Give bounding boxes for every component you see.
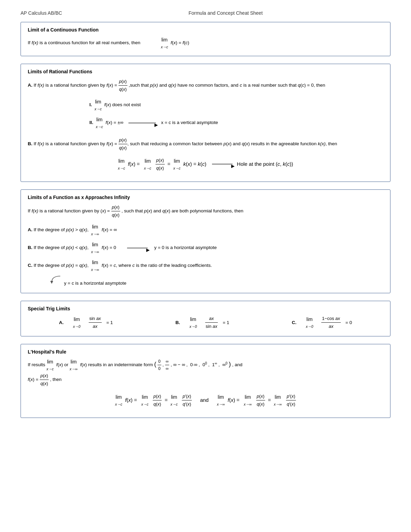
header-right bbox=[389, 10, 390, 16]
lhospital-formula: lim x→c f(x) = lim x→c p(x) q(x) = lim bbox=[28, 393, 383, 408]
continuous-formula: lim x→c f(x) = f(c) bbox=[161, 36, 189, 50]
section-body-trig: A. lim x→0 sin ax ax = 1 B. lim x→0 bbox=[28, 315, 383, 330]
trig-b: B. lim x→0 ax sin ax = 1 bbox=[175, 315, 229, 330]
continuous-text: If f(x) is a continuous function for all… bbox=[28, 39, 140, 47]
rational-part-a-i: I. lim x→c f(x) does not exist bbox=[89, 98, 383, 112]
header-center: Formula and Concept Cheat Sheet bbox=[188, 10, 262, 16]
infinity-part-c: C. If the degree of p(x) = q(x), lim x→∞… bbox=[28, 259, 383, 273]
section-body-rational: A. If f(x) is a rational function given … bbox=[28, 78, 383, 172]
section-title-lhospital: L'Hospital's Rule bbox=[28, 349, 383, 355]
infinity-intro: If f(x) is a rational function given by … bbox=[28, 203, 383, 219]
trig-c: C. lim x→0 1−cos ax ax = 0 bbox=[292, 315, 352, 330]
section-body-infinity: If f(x) is a rational function given by … bbox=[28, 203, 383, 287]
rational-part-a: A. If f(x) is a rational function given … bbox=[28, 78, 383, 93]
section-lhospital: L'Hospital's Rule If results lim x→c f(x… bbox=[21, 344, 390, 418]
section-special-trig: Special Trig Limits A. lim x→0 sin ax ax… bbox=[21, 301, 390, 336]
section-title-infinity: Limits of a Function as x Approaches Inf… bbox=[28, 195, 383, 200]
infinity-part-b: B. If the degree of p(x) < q(x), lim x→∞… bbox=[28, 241, 383, 255]
infinity-part-c-arrow: y = c is a horizontal asymptote bbox=[48, 275, 383, 287]
section-title-rational: Limits of Rational Functions bbox=[28, 69, 383, 74]
section-body-continuous: If f(x) is a continuous function for all… bbox=[28, 36, 383, 50]
page-header: AP Calculus AB/BC Formula and Concept Ch… bbox=[21, 10, 390, 16]
trig-a: A. lim x→0 sin ax ax = 1 bbox=[59, 315, 113, 330]
infinity-part-a: A. If the degree of p(x) > q(x), lim x→∞… bbox=[28, 223, 383, 237]
section-limits-rational: Limits of Rational Functions A. If f(x) … bbox=[21, 64, 390, 182]
rational-part-b-formula: lim x→c f(x) = lim x→c p(x) q(x) = lim x… bbox=[28, 157, 383, 172]
section-limit-continuous: Limit of a Continuous Function If f(x) i… bbox=[21, 22, 390, 56]
header-left: AP Calculus AB/BC bbox=[21, 10, 62, 16]
section-body-lhospital: If results lim x→c f(x) or lim x→∞ f(x) … bbox=[28, 358, 383, 408]
section-limits-infinity: Limits of a Function as x Approaches Inf… bbox=[21, 189, 390, 293]
section-title-trig: Special Trig Limits bbox=[28, 306, 383, 311]
rational-part-b: B. If f(x) is a rational function given … bbox=[28, 136, 383, 152]
section-title-continuous: Limit of a Continuous Function bbox=[28, 27, 383, 33]
rational-part-a-ii: II. lim x→c f(x) = ±∞ ▶ x = c is a verti… bbox=[89, 116, 383, 130]
lhospital-intro: If results lim x→c f(x) or lim x→∞ f(x) … bbox=[28, 358, 383, 388]
